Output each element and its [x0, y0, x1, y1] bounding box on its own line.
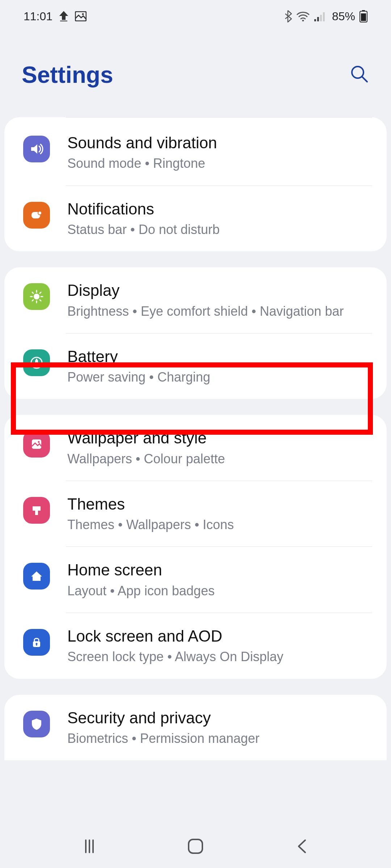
- header: Settings: [0, 33, 391, 117]
- svg-point-13: [38, 211, 42, 215]
- svg-rect-9: [361, 13, 366, 21]
- status-bar: 11:01 85%: [0, 0, 391, 33]
- svg-line-19: [32, 292, 33, 293]
- row-title: Notifications: [67, 198, 372, 220]
- row-title: Display: [67, 280, 372, 301]
- row-body: Sounds and vibration Sound mode • Ringto…: [67, 132, 387, 173]
- wifi-icon: [297, 11, 310, 21]
- upload-icon: [59, 11, 68, 22]
- status-left: 11:01: [24, 10, 87, 23]
- row-body: Battery Power saving • Charging: [67, 346, 387, 387]
- battery-settings-icon: [23, 349, 50, 376]
- wallpaper-icon: [23, 431, 50, 458]
- settings-group: Wallpaper and style Wallpapers • Colour …: [4, 415, 387, 678]
- search-button[interactable]: [350, 64, 369, 85]
- svg-line-20: [40, 300, 41, 301]
- svg-rect-6: [323, 12, 325, 21]
- row-body: Wallpaper and style Wallpapers • Colour …: [67, 427, 387, 468]
- svg-line-11: [362, 77, 367, 82]
- sound-icon: [23, 136, 50, 162]
- row-body: Themes Themes • Wallpapers • Icons: [67, 493, 387, 535]
- row-title: Lock screen and AOD: [67, 625, 372, 647]
- row-subtitle: Sound mode • Ringtone: [67, 154, 372, 173]
- svg-rect-25: [36, 359, 37, 360]
- settings-group: Sounds and vibration Sound mode • Ringto…: [4, 117, 387, 251]
- bluetooth-icon: [283, 10, 292, 22]
- gallery-icon: [75, 11, 87, 21]
- row-body: Lock screen and AOD Screen lock type • A…: [67, 625, 387, 667]
- settings-group: Display Brightness • Eye comfort shield …: [4, 267, 387, 399]
- notifications-icon: [23, 202, 50, 229]
- svg-point-2: [302, 20, 304, 22]
- row-body: Display Brightness • Eye comfort shield …: [67, 280, 387, 321]
- settings-item-wallpaper[interactable]: Wallpaper and style Wallpapers • Colour …: [4, 415, 387, 481]
- settings-item-themes[interactable]: Themes Themes • Wallpapers • Icons: [4, 481, 387, 547]
- nav-recents-button[interactable]: [71, 837, 108, 855]
- svg-rect-30: [36, 644, 37, 646]
- row-subtitle: Wallpapers • Colour palette: [67, 450, 372, 468]
- row-title: Home screen: [67, 559, 372, 580]
- themes-icon: [23, 497, 50, 524]
- settings-group: Security and privacy Biometrics • Permis…: [4, 695, 387, 761]
- signal-icon: [314, 11, 325, 21]
- settings-item-battery[interactable]: Battery Power saving • Charging: [4, 333, 387, 399]
- settings-item-lock-screen[interactable]: Lock screen and AOD Screen lock type • A…: [4, 613, 387, 679]
- navigation-bar: [0, 825, 391, 868]
- row-subtitle: Screen lock type • Always On Display: [67, 647, 372, 666]
- row-title: Themes: [67, 493, 372, 515]
- status-battery-percent: 85%: [332, 10, 355, 23]
- svg-line-21: [32, 300, 33, 301]
- row-subtitle: Power saving • Charging: [67, 368, 372, 387]
- svg-line-22: [40, 292, 41, 293]
- nav-back-button[interactable]: [283, 837, 320, 856]
- row-subtitle: Biometrics • Permission manager: [67, 729, 372, 748]
- display-icon: [23, 283, 50, 310]
- nav-home-button[interactable]: [177, 837, 214, 856]
- battery-icon: [360, 10, 367, 22]
- svg-rect-34: [189, 839, 202, 853]
- row-body: Security and privacy Biometrics • Permis…: [67, 707, 387, 748]
- settings-item-sounds[interactable]: Sounds and vibration Sound mode • Ringto…: [4, 120, 387, 186]
- settings-item-notifications[interactable]: Notifications Status bar • Do not distur…: [4, 186, 387, 252]
- row-subtitle: Layout • App icon badges: [67, 582, 372, 600]
- status-right: 85%: [283, 10, 367, 23]
- shield-icon: [23, 711, 50, 737]
- page-title: Settings: [22, 61, 113, 88]
- row-subtitle: Status bar • Do not disturb: [67, 220, 372, 239]
- svg-rect-4: [317, 17, 319, 21]
- settings-item-display[interactable]: Display Brightness • Eye comfort shield …: [4, 267, 387, 333]
- svg-rect-3: [314, 19, 316, 21]
- settings-item-security[interactable]: Security and privacy Biometrics • Permis…: [4, 695, 387, 761]
- row-title: Battery: [67, 346, 372, 367]
- svg-rect-5: [320, 15, 322, 21]
- row-subtitle: Themes • Wallpapers • Icons: [67, 515, 372, 534]
- home-icon: [23, 563, 50, 590]
- row-title: Wallpaper and style: [67, 427, 372, 448]
- svg-point-14: [34, 294, 39, 299]
- row-body: Home screen Layout • App icon badges: [67, 559, 387, 600]
- svg-point-27: [38, 441, 40, 443]
- svg-point-1: [82, 13, 84, 15]
- settings-item-home-screen[interactable]: Home screen Layout • App icon badges: [4, 547, 387, 613]
- row-title: Security and privacy: [67, 707, 372, 728]
- svg-rect-24: [35, 360, 38, 366]
- status-time: 11:01: [24, 10, 52, 23]
- lock-icon: [23, 629, 50, 656]
- row-subtitle: Brightness • Eye comfort shield • Naviga…: [67, 302, 372, 321]
- row-title: Sounds and vibration: [67, 132, 372, 153]
- row-body: Notifications Status bar • Do not distur…: [67, 198, 387, 239]
